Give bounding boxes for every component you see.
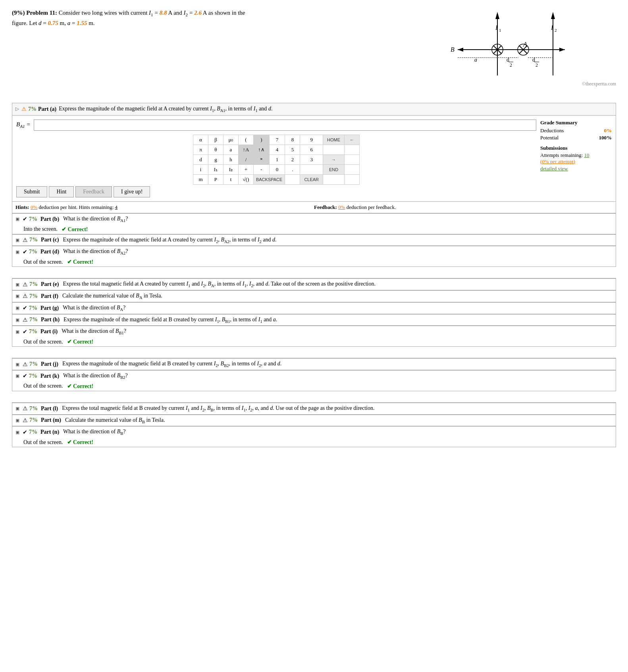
part-m-expand[interactable]: ▣ [15, 418, 19, 423]
part-k-check-icon: ✔ [23, 373, 27, 379]
key-pi[interactable]: π [193, 145, 208, 154]
give-up-button[interactable]: I give up! [114, 186, 150, 197]
key-up-A[interactable]: ↑A [238, 145, 253, 154]
part-a-arrow[interactable]: ▷ [15, 106, 19, 112]
part-f-percent: 7% [29, 293, 38, 299]
key-I2[interactable]: I₂ [223, 164, 238, 174]
part-l-warning: ⚠ [23, 405, 28, 412]
key-P[interactable]: P [208, 174, 223, 184]
part-i-correct: ✔ Correct! [67, 338, 94, 345]
part-k-label: Part (k) [40, 373, 59, 379]
key-d[interactable]: d [193, 154, 208, 164]
svg-text:I: I [551, 24, 553, 31]
key-0[interactable]: 0 [269, 164, 285, 174]
part-b-answer-text: Into the screen. [23, 226, 58, 232]
key-2[interactable]: 2 [285, 154, 300, 164]
part-i-panel: ▣ ✔ 7% Part (i) What is the direction of… [12, 326, 616, 347]
part-b-expand[interactable]: ▣ [15, 216, 19, 222]
feedback-button[interactable]: Feedback [75, 186, 112, 197]
hints-right: Feedback: 0% deduction per feedback. [314, 204, 613, 210]
I1-eq: = [154, 10, 159, 16]
feedback-deduction-text: deduction per feedback. [347, 204, 396, 210]
key-4[interactable]: 4 [269, 145, 285, 154]
part-g-label: Part (g) [40, 305, 59, 311]
attempts-value[interactable]: 10 [584, 152, 589, 158]
part-n-expand[interactable]: ▣ [15, 430, 19, 435]
hint-button[interactable]: Hint [49, 186, 74, 197]
key-slash[interactable]: / [238, 154, 253, 164]
answer-label: BA1 = [16, 121, 31, 129]
key-blank-r3c10 [345, 154, 360, 164]
key-g[interactable]: g [208, 154, 223, 164]
I1-sub: 1 [151, 12, 153, 17]
key-beta[interactable]: β [208, 135, 223, 145]
key-backspace-arrow[interactable]: ← [345, 135, 360, 145]
part-f-expand[interactable]: ▣ [15, 294, 19, 299]
part-b-percent: 7% [29, 216, 37, 222]
part-c-warning: ⚠ [23, 237, 28, 243]
key-backspace[interactable]: BACKSPACE [253, 174, 285, 184]
key-right-arrow[interactable]: → [323, 154, 345, 164]
key-lparen[interactable]: ( [238, 135, 253, 145]
part-b-row: ▣ ✔ 7% Part (b) What is the direction of… [12, 213, 616, 225]
part-a-percent: 7% [28, 106, 37, 112]
I1-unit: A and [168, 10, 183, 16]
key-end[interactable]: END [323, 164, 345, 174]
key-t[interactable]: t [223, 174, 238, 184]
part-e-label: Part (e) [41, 281, 59, 288]
action-buttons: Submit Hint Feedback I give up! [16, 186, 536, 197]
detailed-view-link[interactable]: detailed view [540, 166, 612, 172]
key-i[interactable]: i [193, 164, 208, 174]
part-n-check-icon: ✔ [23, 429, 27, 436]
attempts-label: Attempts remaining: [540, 152, 584, 158]
part-e-expand[interactable]: ▣ [15, 282, 19, 287]
part-b-check-icon: ✔ [23, 216, 27, 222]
part-g-percent: 7% [29, 305, 37, 311]
key-m[interactable]: m [193, 174, 208, 184]
part-i-row: ▣ ✔ 7% Part (i) What is the direction of… [12, 326, 616, 337]
key-plus[interactable]: + [238, 164, 253, 174]
part-l-expand[interactable]: ▣ [15, 406, 19, 411]
problem-rest: figure. Let [12, 20, 39, 26]
key-h[interactable]: h [223, 154, 238, 164]
key-minus[interactable]: - [253, 164, 269, 174]
key-8[interactable]: 8 [285, 135, 300, 145]
part-k-percent: 7% [29, 373, 37, 379]
part-h-expand[interactable]: ▣ [15, 317, 19, 322]
part-g-expand[interactable]: ▣ [15, 305, 19, 311]
key-mu0[interactable]: μ₀ [223, 135, 238, 145]
answer-input[interactable] [34, 120, 536, 131]
key-up-caret[interactable]: ↑∧ [253, 145, 269, 154]
part-b-panel: ▣ ✔ 7% Part (b) What is the direction of… [12, 213, 616, 234]
part-j-expand[interactable]: ▣ [15, 362, 19, 367]
key-theta[interactable]: θ [208, 145, 223, 154]
part-j-row: ▣ ⚠ 7% Part (j) Express the magnitude of… [12, 358, 616, 370]
part-l-question: Express the total magnetic field at B cr… [62, 405, 374, 412]
key-sqrt[interactable]: √() [238, 174, 253, 184]
part-d-percent: 7% [29, 249, 37, 255]
key-1[interactable]: 1 [269, 154, 285, 164]
key-dot[interactable]: . [285, 164, 300, 174]
part-n-label: Part (n) [40, 429, 59, 435]
key-star[interactable]: * [253, 154, 269, 164]
key-clear[interactable]: CLEAR [300, 174, 323, 184]
key-7[interactable]: 7 [269, 135, 285, 145]
key-3[interactable]: 3 [300, 154, 323, 164]
key-a[interactable]: a [223, 145, 238, 154]
part-c-expand[interactable]: ▣ [15, 238, 19, 243]
part-k-expand[interactable]: ▣ [15, 373, 19, 378]
key-home[interactable]: HOME [323, 135, 345, 145]
key-alpha[interactable]: α [193, 135, 208, 145]
key-6[interactable]: 6 [300, 145, 323, 154]
part-k-correct: ✔ Correct! [67, 383, 94, 390]
key-5[interactable]: 5 [285, 145, 300, 154]
key-9[interactable]: 9 [300, 135, 323, 145]
part-f-label: Part (f) [41, 293, 58, 299]
key-blank-r5c9 [323, 174, 345, 184]
submit-button[interactable]: Submit [16, 186, 47, 197]
key-rparen[interactable]: ) [253, 135, 269, 145]
part-j-panel: ▣ ⚠ 7% Part (j) Express the magnitude of… [12, 358, 616, 370]
part-d-expand[interactable]: ▣ [15, 249, 19, 255]
key-I1[interactable]: I₁ [208, 164, 223, 174]
part-i-expand[interactable]: ▣ [15, 329, 19, 334]
